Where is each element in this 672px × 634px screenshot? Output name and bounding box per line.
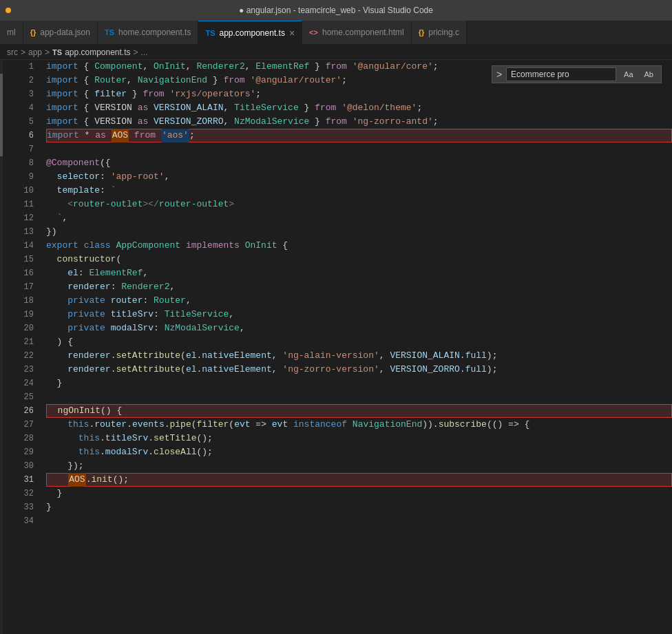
line-num-30: 30 xyxy=(3,459,34,473)
breadcrumb-ellipsis: ... xyxy=(141,47,148,57)
tab-app-data-json[interactable]: {} app-data.json xyxy=(23,21,98,44)
line-num-29: 29 xyxy=(3,445,34,459)
search-chevron-icon[interactable]: > xyxy=(496,69,502,80)
code-line-26: ngOnInit() { xyxy=(46,404,672,418)
code-line-17: renderer: Renderer2, xyxy=(46,280,672,294)
line-num-15: 15 xyxy=(3,253,34,266)
code-line-16: el: ElementRef, xyxy=(46,266,672,280)
line-num-31: 31 xyxy=(3,473,34,487)
code-line-29: this.modalSrv.closeAll(); xyxy=(46,445,672,459)
tab-icon-json: {} xyxy=(30,28,36,36)
tab-label: pricing.c xyxy=(428,28,459,37)
line-num-25: 25 xyxy=(3,390,34,404)
code-line-12: `, xyxy=(46,211,672,225)
line-num-27: 27 xyxy=(3,418,34,432)
breadcrumb-sep3: > xyxy=(134,47,138,57)
code-line-9: selector: 'app-root', xyxy=(46,170,672,184)
line-num-3: 3 xyxy=(3,87,34,101)
code-line-13: }) xyxy=(46,225,672,239)
breadcrumb-src[interactable]: src xyxy=(7,47,18,57)
code-line-4: import { VERSION as VERSION_ALAIN, Title… xyxy=(46,101,672,115)
line-num-26: 26 xyxy=(3,404,34,418)
line-num-4: 4 xyxy=(3,101,34,115)
line-num-17: 17 xyxy=(3,280,34,294)
line-num-16: 16 xyxy=(3,266,34,280)
tab-pricing[interactable]: {} pricing.c xyxy=(412,21,467,44)
line-num-9: 9 xyxy=(3,170,34,184)
breadcrumb-sep2: > xyxy=(45,47,50,57)
tab-icon-ts: TS xyxy=(105,28,114,36)
line-num-19: 19 xyxy=(3,308,34,321)
tab-label: home.component.html xyxy=(322,28,404,37)
line-num-2: 2 xyxy=(3,74,34,87)
code-line-33: } xyxy=(46,500,672,514)
line-num-10: 10 xyxy=(3,184,34,198)
code-line-31: AOS.init(); xyxy=(46,473,672,487)
search-case-sensitive-button[interactable]: Aa xyxy=(620,69,636,80)
line-num-12: 12 xyxy=(3,211,34,225)
tab-home-component-ts[interactable]: TS home.component.ts xyxy=(98,21,198,44)
code-line-15: constructor( xyxy=(46,253,672,266)
code-line-3: import { filter } from 'rxjs/operators'; xyxy=(46,87,672,101)
tab-label: app-data.json xyxy=(40,28,90,37)
title-bar: ● angular.json - teamcircle_web - Visual… xyxy=(0,0,672,21)
code-line-19: private titleSrv: TitleService, xyxy=(46,308,672,321)
line-num-1: 1 xyxy=(3,60,34,74)
line-num-23: 23 xyxy=(3,363,34,377)
editor-area: 1 2 3 4 5 6 7 8 9 10 11 12 13 14 15 16 1… xyxy=(0,60,672,634)
tab-app-component-ts[interactable]: TS app.component.ts × xyxy=(198,21,302,44)
breadcrumb-file[interactable]: app.component.ts xyxy=(65,47,130,57)
breadcrumb: src > app > TS app.component.ts > ... xyxy=(0,45,672,60)
tab-icon-json: {} xyxy=(419,28,425,36)
line-num-33: 33 xyxy=(3,500,34,514)
code-line-7 xyxy=(46,142,672,156)
code-line-32: } xyxy=(46,487,672,500)
breadcrumb-sep1: > xyxy=(21,47,25,57)
line-num-20: 20 xyxy=(3,321,34,335)
breadcrumb-ts-icon: TS xyxy=(52,48,62,56)
line-num-28: 28 xyxy=(3,432,34,445)
line-num-34: 34 xyxy=(3,514,34,528)
tab-bar: ml {} app-data.json TS home.component.ts… xyxy=(0,21,672,45)
code-line-24: } xyxy=(46,377,672,390)
line-num-8: 8 xyxy=(3,156,34,170)
code-line-34 xyxy=(46,514,672,528)
code-line-20: private modalSrv: NzModalService, xyxy=(46,321,672,335)
code-line-28: this.titleSrv.setTitle(); xyxy=(46,432,672,445)
search-input[interactable] xyxy=(506,67,616,81)
line-num-6: 6 xyxy=(3,129,34,142)
tab-label: app.component.ts xyxy=(220,28,285,38)
line-num-7: 7 xyxy=(3,142,34,156)
code-line-22: renderer.setAttribute(el.nativeElement, … xyxy=(46,349,672,363)
code-line-6: import * as AOS from 'aos'; xyxy=(46,129,672,142)
tab-home-component-html[interactable]: <> home.component.html xyxy=(302,21,412,44)
tab-label: ml xyxy=(7,28,16,37)
line-gutter: 1 2 3 4 5 6 7 8 9 10 11 12 13 14 15 16 1… xyxy=(3,60,41,634)
line-num-24: 24 xyxy=(3,377,34,390)
search-whole-word-button[interactable]: Ab xyxy=(641,69,657,80)
tab-icon-ts: TS xyxy=(205,29,215,37)
tab-ml[interactable]: ml xyxy=(0,21,23,44)
code-line-5: import { VERSION as VERSION_ZORRO, NzMod… xyxy=(46,115,672,129)
code-line-30: }); xyxy=(46,459,672,473)
code-line-18: private router: Router, xyxy=(46,294,672,308)
tab-label: home.component.ts xyxy=(118,28,191,37)
code-line-11: <router-outlet></router-outlet> xyxy=(46,198,672,211)
code-line-8: @Component({ xyxy=(46,156,672,170)
code-area[interactable]: import { Component, OnInit, Renderer2, E… xyxy=(41,60,672,634)
line-num-11: 11 xyxy=(3,198,34,211)
line-num-21: 21 xyxy=(3,335,34,349)
line-num-18: 18 xyxy=(3,294,34,308)
code-line-14: export class AppComponent implements OnI… xyxy=(46,239,672,253)
line-num-32: 32 xyxy=(3,487,34,500)
tab-close-button[interactable]: × xyxy=(289,28,295,38)
line-num-5: 5 xyxy=(3,115,34,129)
code-line-10: template: ` xyxy=(46,184,672,198)
title-text: ● angular.json - teamcircle_web - Visual… xyxy=(239,6,433,15)
code-line-25 xyxy=(46,390,672,404)
breadcrumb-app[interactable]: app xyxy=(28,47,42,57)
code-line-27: this.router.events.pipe(filter(evt => ev… xyxy=(46,418,672,432)
line-num-14: 14 xyxy=(3,239,34,253)
code-line-21: ) { xyxy=(46,335,672,349)
code-line-23: renderer.setAttribute(el.nativeElement, … xyxy=(46,363,672,377)
